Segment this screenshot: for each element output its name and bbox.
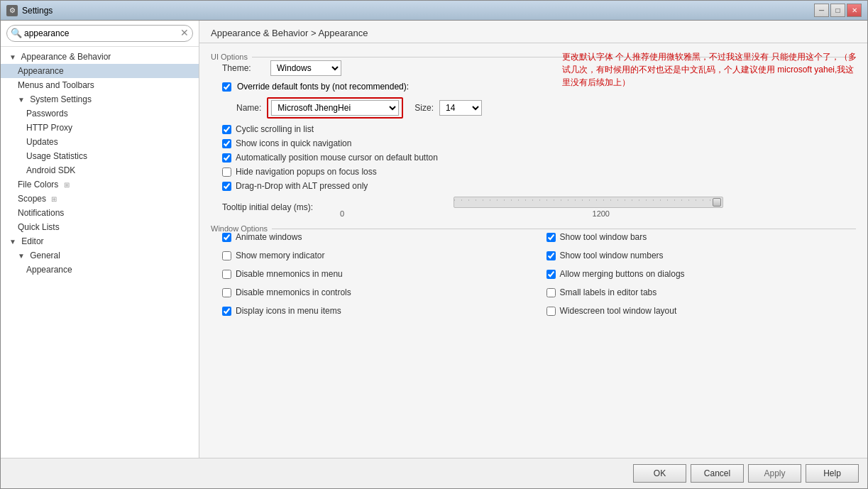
slider-thumb[interactable] [713,198,721,207]
disable-mnemonics-menu-row: Disable mnemonics in menu [222,269,532,279]
theme-select[interactable]: Windows Darcula IntelliJ [270,60,341,76]
close-button[interactable]: ✕ [847,4,862,17]
sidebar-item-notifications[interactable]: Notifications [1,206,199,220]
main-area: 🔍 ✕ ▼ Appearance & Behavior Appearance M… [1,21,867,458]
sidebar-item-system-settings[interactable]: ▼ System Settings [1,92,199,106]
show-memory-checkbox[interactable] [222,251,231,260]
show-tool-bars-checkbox[interactable] [546,233,556,242]
auto-position-label: Automatically position mouse cursor on d… [236,153,438,163]
ui-options-title: UI Options [211,53,252,61]
disable-mnemonics-menu-label: Disable mnemonics in menu [236,269,343,279]
display-icons-checkbox[interactable] [222,307,231,316]
sidebar-item-passwords[interactable]: Passwords [1,106,199,121]
show-tool-bars-row: Show tool window bars [546,232,857,242]
slider-min: 0 [340,209,344,218]
minimize-button[interactable]: ─ [814,4,829,17]
drag-drop-row: Drag-n-Drop with ALT pressed only [222,181,856,191]
sidebar-item-updates[interactable]: Updates [1,135,199,149]
tooltip-slider-track [454,197,723,208]
disable-mnemonics-controls-label: Disable mnemonics in controls [236,287,351,297]
show-memory-label: Show memory indicator [236,251,324,260]
sidebar-item-general[interactable]: ▼ General [1,248,199,263]
hide-navigation-label: Hide navigation popups on focus loss [236,167,377,177]
apply-button[interactable]: Apply [748,464,801,483]
file-colors-icon: ⊞ [64,181,70,189]
override-label: Override default fonts by (not recommend… [237,82,409,92]
ok-button[interactable]: OK [633,464,686,483]
window-icon: ⚙ [6,5,18,16]
allow-merging-row: Allow merging buttons on dialogs [546,269,857,279]
sidebar-item-http-proxy[interactable]: HTTP Proxy [1,121,199,135]
slider-max: 1200 [593,209,610,218]
disable-mnemonics-controls-checkbox[interactable] [222,288,231,297]
sidebar-item-appearance[interactable]: Appearance [1,64,199,78]
allow-merging-checkbox[interactable] [546,270,556,279]
cyclic-scrolling-checkbox[interactable] [222,125,231,134]
widescreen-checkbox[interactable] [546,307,556,316]
widescreen-label: Widescreen tool window layout [560,306,677,316]
window-options-section: Window Options [211,224,856,229]
help-button[interactable]: Help [806,464,859,483]
disable-mnemonics-controls-row: Disable mnemonics in controls [222,287,532,297]
content-header: Appearance & Behavior > Appearance [199,21,867,43]
sidebar-item-scopes[interactable]: Scopes ⊞ [1,192,199,206]
expand-arrow-general: ▼ [18,252,25,260]
sidebar-item-appearance-behavior[interactable]: ▼ Appearance & Behavior [1,50,199,64]
search-input[interactable] [6,25,193,42]
show-memory-row: Show memory indicator [222,251,532,260]
ui-options-section: UI Options [211,52,856,57]
show-tool-numbers-checkbox[interactable] [546,251,556,260]
sidebar-item-android-sdk[interactable]: Android SDK [1,163,199,177]
window-options-content: Animate windows Show tool window bars Sh… [211,232,856,320]
size-label: Size: [414,103,434,113]
auto-position-checkbox[interactable] [222,153,231,163]
tooltip-row: Tooltip initial delay (ms): 0 1200 [222,197,856,218]
show-tool-bars-label: Show tool window bars [560,232,647,242]
sidebar-tree: ▼ Appearance & Behavior Appearance Menus… [1,47,199,458]
override-checkbox[interactable] [222,82,231,92]
search-clear-icon[interactable]: ✕ [180,27,189,38]
slider-labels: 0 1200 [340,209,610,218]
drag-drop-label: Drag-n-Drop with ALT pressed only [236,181,368,191]
show-icons-label: Show icons in quick navigation [236,138,351,148]
small-labels-checkbox[interactable] [546,288,556,297]
expand-arrow-sys: ▼ [18,96,25,104]
small-labels-label: Small labels in editor tabs [560,287,657,297]
show-tool-numbers-label: Show tool window numbers [560,251,664,260]
expand-arrow: ▼ [9,53,16,61]
disable-mnemonics-menu-checkbox[interactable] [222,270,231,279]
animate-windows-checkbox[interactable] [222,233,231,242]
window-title: Settings [22,6,814,16]
sidebar-item-file-colors[interactable]: File Colors ⊞ [1,177,199,192]
sidebar-item-usage-statistics[interactable]: Usage Statistics [1,149,199,163]
sidebar-item-appearance-editor[interactable]: Appearance [1,263,199,277]
drag-drop-checkbox[interactable] [222,182,231,191]
font-row: Name: Microsoft JhengHei Microsoft YaHei… [236,97,856,119]
animate-windows-row: Animate windows [222,232,532,242]
settings-window: ⚙ Settings ─ □ ✕ 🔍 ✕ ▼ Appearance & Beha… [0,0,868,489]
content-area: Appearance & Behavior > Appearance 更改默认字… [199,21,867,458]
sidebar-item-menus-toolbars[interactable]: Menus and Toolbars [1,78,199,92]
slider-container: 0 1200 [340,197,723,218]
theme-label: Theme: [222,63,265,73]
font-highlight-box: Microsoft JhengHei Microsoft YaHei Arial… [267,97,403,119]
override-row: Override default fonts by (not recommend… [222,82,856,92]
sidebar-item-editor[interactable]: ▼ Editor [1,234,199,248]
font-name-select[interactable]: Microsoft JhengHei Microsoft YaHei Arial… [271,100,399,116]
cancel-button[interactable]: Cancel [691,464,744,483]
cyclic-scrolling-label: Cyclic scrolling in list [236,124,314,134]
maximize-button[interactable]: □ [830,4,845,17]
font-size-select[interactable]: 10 11 12 13 14 15 16 [439,100,482,116]
cyclic-scrolling-row: Cyclic scrolling in list [222,124,856,134]
expand-arrow-editor: ▼ [9,238,16,246]
animate-windows-label: Animate windows [236,232,302,242]
tooltip-label: Tooltip initial delay (ms): [222,202,334,212]
sidebar-item-quick-lists[interactable]: Quick Lists [1,220,199,234]
hide-navigation-checkbox[interactable] [222,167,231,177]
display-icons-label: Display icons in menu items [236,306,341,316]
title-bar: ⚙ Settings ─ □ ✕ [1,1,867,21]
window-controls: ─ □ ✕ [814,4,862,17]
content-body: 更改默认字体 个人推荐使用微软雅黑，不过我这里没有 只能使用这个了，（多试几次，… [199,43,867,458]
footer: OK Cancel Apply Help [1,458,867,488]
show-icons-checkbox[interactable] [222,139,231,148]
